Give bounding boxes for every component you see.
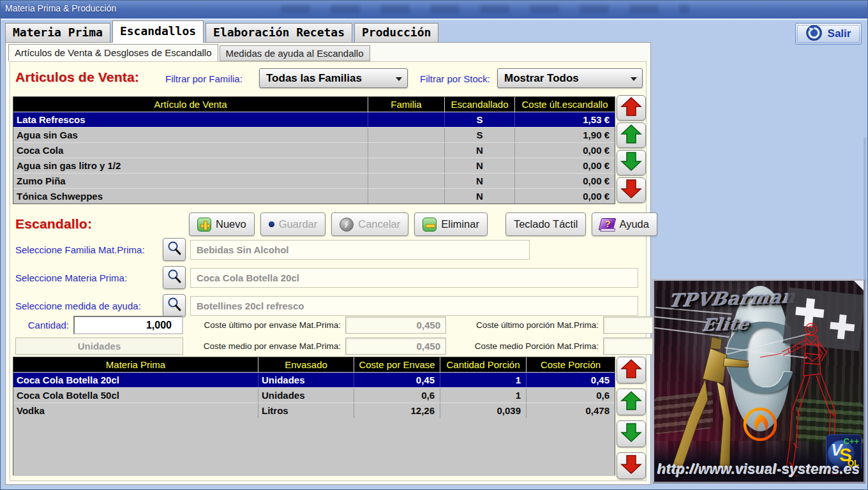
phoenix-logo-icon	[742, 406, 778, 442]
filter-stock-dropdown[interactable]: Mostrar Todos	[497, 68, 643, 88]
table-row[interactable]: Coca Cola N 0,00 €	[13, 142, 615, 158]
materia-field-value[interactable]: Coca Cola Botella 20cl	[190, 268, 638, 288]
prev-row-button[interactable]	[617, 122, 646, 148]
save-dot-icon	[269, 221, 274, 227]
tab-elaboracion-recetas[interactable]: Elaboración Recetas	[206, 23, 352, 42]
first-row-button[interactable]	[617, 357, 646, 383]
filter-familia-label: Filtrar por Familia:	[165, 73, 243, 84]
medida-field-value[interactable]: Botellines 20cl refresco	[190, 296, 638, 316]
table-row[interactable]: Tónica Schweppes N 0,00 €	[13, 188, 615, 204]
tab-materia-prima[interactable]: Materia Prima	[5, 23, 110, 42]
articulos-nav-arrows	[617, 95, 646, 205]
table-row[interactable]: Vodka Litros 12,26 0,039 0,478	[13, 403, 615, 418]
green-arrow-up-icon	[620, 124, 642, 147]
next-row-button[interactable]	[617, 150, 646, 175]
last-row-button[interactable]	[617, 452, 646, 479]
materia-field-row: Seleccione Materia Prima: Coca Cola Bote…	[15, 266, 638, 289]
table-row[interactable]: Agua sin gas litro y 1/2 N 0,00 €	[13, 158, 615, 173]
subtab-articulos-venta[interactable]: Artículos de Venta & Desgloses de Escand…	[8, 44, 218, 61]
filter-familia-dropdown[interactable]: Todas las Familias	[259, 68, 408, 88]
eliminar-button[interactable]: Eliminar	[414, 212, 488, 236]
articulos-section-title: Articulos de Venta:	[15, 70, 139, 85]
corner-fold	[854, 281, 864, 290]
table-row[interactable]: Zumo Piña N 0,00 €	[13, 173, 615, 188]
cantidad-input[interactable]: 1,000	[73, 316, 183, 334]
exit-icon	[806, 25, 822, 43]
coste-medio-envase-value: 0,450	[345, 338, 446, 355]
col-coste-envase: Coste por Envase	[354, 357, 440, 372]
background-window-blur	[281, 4, 689, 13]
familia-field-row: Seleccione Familia Mat.Prima: Bebidas Si…	[15, 238, 530, 261]
desglose-nav-arrows	[617, 357, 646, 484]
promo-url-text: http://www.visual-systems.es	[654, 461, 864, 478]
ayuda-button[interactable]: ? Ayuda	[592, 212, 657, 236]
table-empty-area	[13, 418, 615, 476]
main-tab-bar: Materia Prima Escandallos Elaboración Re…	[5, 20, 438, 42]
search-icon	[167, 297, 182, 315]
table-row[interactable]: Coca Cola Botella 50cl Unidades 0,6 1 0,…	[13, 387, 615, 403]
window-title: Materia Prima & Producción	[5, 3, 116, 13]
chevron-down-icon	[631, 77, 637, 81]
col-coste-ult: Coste últ.escandallo	[515, 97, 615, 112]
cancel-arrows-icon	[340, 218, 354, 232]
tab-escandallos[interactable]: Escandallos	[112, 20, 204, 42]
prev-row-button[interactable]	[617, 389, 646, 415]
search-icon	[167, 241, 182, 258]
escandallo-section-title: Escandallo:	[15, 216, 92, 232]
green-arrow-down-icon	[620, 422, 642, 445]
salir-button[interactable]: Salir	[795, 23, 862, 45]
next-row-button[interactable]	[617, 420, 646, 447]
materia-search-button[interactable]	[163, 266, 186, 289]
red-arrow-down-icon	[620, 454, 642, 477]
first-row-button[interactable]	[617, 95, 646, 121]
last-row-button[interactable]	[617, 177, 646, 203]
green-arrow-up-icon	[620, 390, 642, 413]
escandallo-toolbar: Nuevo Guardar Cancelar Eliminar Teclado …	[189, 212, 663, 236]
red-arrow-down-icon	[620, 179, 642, 202]
filter-stock-value: Mostrar Todos	[504, 72, 579, 84]
coste-ultimo-envase-label: Coste último por envase Mat.Prima:	[186, 320, 342, 330]
filter-familia-value: Todas las Familias	[266, 72, 362, 84]
familia-search-button[interactable]	[163, 238, 186, 261]
window-edge-scrollbar[interactable]	[864, 137, 866, 284]
gold-fencer-figure	[661, 323, 756, 479]
familia-field-label: Seleccione Familia Mat.Prima:	[15, 244, 163, 255]
plus-icon	[197, 218, 211, 232]
title-bar: Materia Prima & Producción	[0, 0, 868, 19]
unidades-display: Unidades	[15, 338, 183, 355]
col-materia-prima: Materia Prima	[13, 357, 258, 372]
table-row[interactable]: Agua sin Gas S 1,90 €	[13, 127, 615, 142]
red-arrow-up-icon	[620, 96, 642, 119]
search-icon	[167, 269, 182, 286]
tab-produccion[interactable]: Producción	[354, 23, 438, 42]
col-articulo-venta: Artículo de Venta	[13, 97, 368, 112]
articulos-table-header: Artículo de Venta Familia Escandallado C…	[13, 97, 615, 112]
desglose-table-header: Materia Prima Envasado Coste por Envase …	[13, 357, 615, 372]
cancelar-button[interactable]: Cancelar	[331, 212, 408, 236]
badge-cpp: C++	[843, 436, 859, 446]
medida-search-button[interactable]	[163, 294, 186, 317]
help-book-icon: ?	[599, 218, 617, 230]
subtab-medidas-ayuda[interactable]: Medidas de ayuda al Escandallo	[220, 45, 370, 61]
col-escandallado: Escandallado	[445, 97, 515, 112]
minus-icon	[423, 218, 437, 232]
table-row[interactable]: Lata Refrescos S 1,53 €	[13, 112, 615, 127]
guardar-button[interactable]: Guardar	[260, 212, 326, 236]
medida-field-row: Seleccione medida de ayuda: Botellines 2…	[15, 294, 638, 317]
col-envasado: Envasado	[258, 357, 354, 372]
unidades-cost-row: Unidades Coste medio por envase Mat.Prim…	[15, 338, 645, 355]
red-arrow-up-icon	[620, 359, 642, 382]
cantidad-label: Cantidad:	[15, 320, 70, 330]
main-panel: Artículos de Venta & Desgloses de Escand…	[5, 42, 651, 485]
coste-medio-envase-label: Coste medio por envase Mat.Prima:	[186, 341, 342, 351]
chevron-down-icon	[396, 77, 402, 81]
materia-field-label: Seleccione Materia Prima:	[15, 272, 163, 283]
nuevo-button[interactable]: Nuevo	[189, 212, 255, 236]
teclado-tactil-button[interactable]: Teclado Táctil	[505, 212, 587, 236]
coste-ultimo-envase-value: 0,450	[345, 316, 446, 334]
familia-field-value[interactable]: Bebidas Sin Alcohol	[190, 240, 530, 260]
table-row[interactable]: Coca Cola Botella 20cl Unidades 0,45 1 0…	[13, 372, 615, 387]
col-cantidad-porcion: Cantidad Porción	[440, 357, 527, 372]
col-familia: Familia	[368, 97, 445, 112]
desglose-table: Materia Prima Envasado Coste por Envase …	[13, 357, 615, 475]
